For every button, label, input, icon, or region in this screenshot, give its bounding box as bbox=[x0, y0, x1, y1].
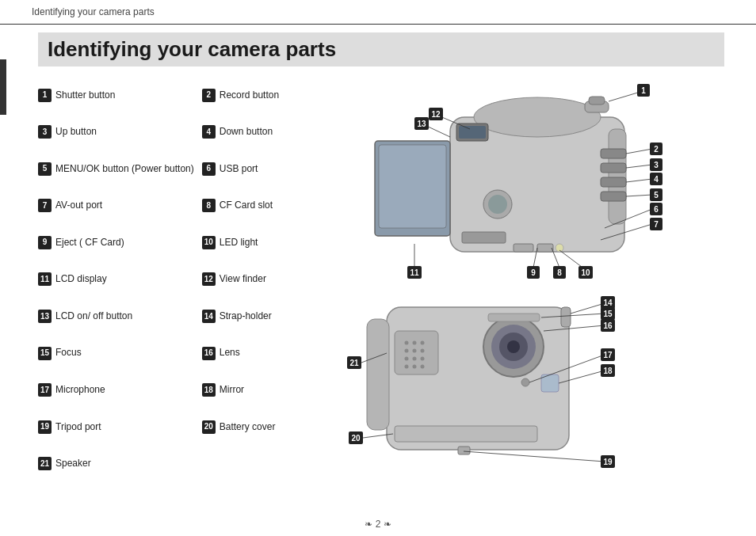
svg-point-64 bbox=[405, 349, 409, 353]
part-item-21: 21Speaker bbox=[38, 446, 194, 481]
svg-rect-11 bbox=[601, 177, 626, 187]
svg-text:19: 19 bbox=[603, 458, 613, 466]
svg-text:17: 17 bbox=[603, 351, 613, 359]
svg-text:1: 1 bbox=[641, 86, 646, 95]
svg-point-69 bbox=[421, 357, 425, 361]
svg-point-67 bbox=[405, 357, 409, 361]
part-item-5: 5MENU/OK button (Power button) bbox=[38, 151, 194, 187]
svg-text:10: 10 bbox=[581, 268, 590, 277]
svg-text:18: 18 bbox=[603, 367, 613, 375]
camera-top-svg: 1 2 3 4 5 bbox=[292, 78, 672, 283]
part-label: AV-out port bbox=[55, 198, 102, 213]
svg-line-22 bbox=[626, 149, 652, 154]
part-number: 9 bbox=[38, 236, 52, 249]
svg-point-72 bbox=[421, 365, 425, 369]
part-number: 10 bbox=[202, 236, 216, 249]
svg-text:14: 14 bbox=[603, 298, 613, 307]
svg-line-98 bbox=[464, 451, 605, 462]
svg-text:7: 7 bbox=[654, 220, 659, 229]
part-label: Eject ( CF Card) bbox=[55, 235, 124, 250]
parts-list: 1Shutter button2Record button3Up button4… bbox=[38, 78, 284, 481]
svg-rect-59 bbox=[367, 319, 389, 430]
part-item-10: 10LED light bbox=[202, 225, 284, 260]
svg-point-68 bbox=[413, 357, 417, 361]
svg-rect-82 bbox=[458, 447, 470, 454]
part-item-13: 13LCD on/ off button bbox=[38, 298, 194, 334]
svg-point-70 bbox=[405, 365, 409, 369]
images-area: 1 2 3 4 5 bbox=[292, 78, 724, 481]
part-number: 2 bbox=[202, 89, 216, 102]
svg-text:12: 12 bbox=[431, 110, 441, 119]
camera-diagram-top: 1 2 3 4 5 bbox=[292, 78, 724, 283]
svg-text:9: 9 bbox=[531, 268, 536, 277]
svg-text:21: 21 bbox=[349, 359, 359, 367]
svg-text:11: 11 bbox=[410, 268, 419, 277]
part-item-2: 2Record button bbox=[202, 78, 284, 113]
part-label: LED light bbox=[220, 235, 258, 250]
svg-text:4: 4 bbox=[654, 175, 659, 184]
camera-bottom-svg: 14 15 16 17 18 bbox=[292, 291, 672, 481]
part-item-20: 20Battery cover bbox=[202, 409, 284, 445]
part-label: Shutter button bbox=[55, 88, 115, 103]
part-item-1: 1Shutter button bbox=[38, 78, 194, 113]
svg-rect-10 bbox=[601, 163, 626, 173]
svg-text:8: 8 bbox=[557, 268, 562, 277]
svg-rect-9 bbox=[601, 149, 626, 158]
part-number: 13 bbox=[38, 310, 52, 323]
part-item-8: 8CF Card slot bbox=[202, 188, 284, 224]
part-label: Down button bbox=[220, 124, 273, 139]
part-number: 15 bbox=[38, 347, 52, 360]
svg-text:16: 16 bbox=[603, 321, 613, 330]
svg-rect-8 bbox=[459, 126, 486, 139]
svg-point-61 bbox=[405, 341, 409, 345]
part-label: Lens bbox=[220, 345, 240, 360]
page-title: Identifying your camera parts bbox=[38, 32, 724, 67]
part-number: 14 bbox=[202, 310, 216, 323]
part-item-19: 19Tripod port bbox=[38, 409, 194, 445]
part-item-7: 7AV-out port bbox=[38, 188, 194, 224]
svg-point-66 bbox=[421, 349, 425, 353]
svg-text:6: 6 bbox=[654, 205, 659, 214]
svg-text:3: 3 bbox=[654, 161, 659, 169]
part-label: LCD on/ off button bbox=[55, 309, 132, 324]
svg-point-76 bbox=[507, 340, 520, 353]
part-item-9: 9Eject ( CF Card) bbox=[38, 225, 194, 260]
svg-text:13: 13 bbox=[417, 120, 426, 128]
svg-rect-3 bbox=[589, 97, 605, 105]
svg-text:5: 5 bbox=[654, 191, 659, 200]
part-label: Speaker bbox=[55, 456, 91, 471]
part-label: CF Card slot bbox=[220, 198, 273, 213]
main-content: Identifying your camera parts 1Shutter b… bbox=[0, 25, 756, 489]
part-item-4: 4Down button bbox=[202, 115, 284, 150]
part-label: Mirror bbox=[220, 382, 244, 397]
svg-rect-16 bbox=[514, 244, 533, 252]
part-number: 7 bbox=[38, 199, 52, 212]
svg-rect-81 bbox=[395, 426, 537, 442]
part-number: 3 bbox=[38, 125, 52, 139]
part-item-3: 3Up button bbox=[38, 115, 194, 150]
part-item-14: 14Strap-holder bbox=[202, 298, 284, 334]
part-number: 8 bbox=[202, 199, 216, 212]
part-label: USB port bbox=[220, 162, 258, 177]
part-label: Microphone bbox=[55, 382, 105, 397]
part-number: 17 bbox=[38, 383, 52, 397]
svg-rect-77 bbox=[561, 307, 571, 327]
svg-line-31 bbox=[626, 195, 652, 196]
part-number: 12 bbox=[202, 272, 216, 286]
svg-point-1 bbox=[474, 97, 601, 137]
part-number: 11 bbox=[38, 272, 52, 286]
svg-rect-17 bbox=[537, 244, 553, 252]
svg-text:20: 20 bbox=[351, 434, 361, 443]
svg-text:2: 2 bbox=[654, 145, 659, 154]
svg-line-83 bbox=[571, 303, 605, 314]
part-number: 1 bbox=[38, 89, 52, 102]
svg-rect-60 bbox=[395, 331, 438, 374]
svg-point-62 bbox=[413, 341, 417, 345]
svg-rect-4 bbox=[609, 129, 626, 224]
part-number: 5 bbox=[38, 162, 52, 176]
svg-point-65 bbox=[413, 349, 417, 353]
page-number: ❧ 2 ❧ bbox=[365, 519, 391, 530]
part-item-17: 17Microphone bbox=[38, 372, 194, 408]
part-item-12: 12View finder bbox=[202, 262, 284, 298]
part-label: Strap-holder bbox=[220, 309, 272, 324]
